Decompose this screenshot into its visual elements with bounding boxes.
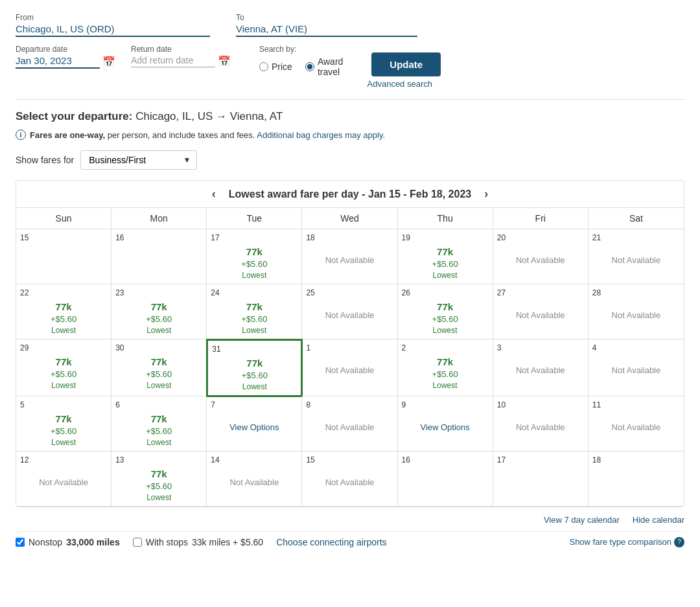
calendar-cell[interactable]: 2377k +$5.60 Lowest <box>111 284 207 339</box>
award-radio[interactable] <box>305 62 314 71</box>
departure-date-value[interactable]: Jan 30, 2023 <box>16 55 100 69</box>
view-options-link[interactable]: View Options <box>402 422 489 432</box>
fares-notice: i Fares are one-way, per person, and inc… <box>16 130 684 140</box>
cell-date: 16 <box>115 233 202 242</box>
hide-calendar-link[interactable]: Hide calendar <box>633 515 684 525</box>
nonstop-option[interactable]: Nonstop 33,000 miles <box>16 537 120 547</box>
calendar-cell[interactable]: 1977k +$5.60 Lowest <box>398 229 493 284</box>
calendar-day-header-wed: Wed <box>302 208 397 229</box>
fare-miles: 77k <box>402 245 489 258</box>
calendar-cell[interactable]: 7View Options <box>207 396 302 452</box>
show-fares-row: Show fares for Economy Business/First ▼ <box>16 150 684 170</box>
cell-date: 5 <box>20 400 107 409</box>
from-field-group: From Chicago, IL, US (ORD) <box>16 13 210 37</box>
radio-options: Price Awardtravel <box>259 56 343 77</box>
cell-date: 15 <box>306 455 393 464</box>
cell-date: 16 <box>402 455 489 464</box>
fare-miles: 77k <box>211 245 298 258</box>
with-stops-checkbox[interactable] <box>133 538 142 547</box>
advanced-search-link[interactable]: Advanced search <box>368 79 432 89</box>
calendar-cell[interactable]: 2277k +$5.60 Lowest <box>16 284 111 339</box>
not-available-label: Not Available <box>211 477 298 487</box>
calendar-cell[interactable]: 2977k +$5.60 Lowest <box>16 339 111 396</box>
calendar-cell[interactable]: 2477k +$5.60 Lowest <box>207 284 302 339</box>
return-date-label: Return date <box>131 45 231 54</box>
cell-date: 8 <box>306 400 393 409</box>
cell-date: 25 <box>306 288 393 297</box>
calendar-week-row: 2977k +$5.60 Lowest3077k +$5.60 Lowest31… <box>16 339 684 396</box>
calendar-cell: 12Not Available <box>16 452 111 507</box>
fare-fee: +$5.60 <box>20 426 107 437</box>
fare-fee: +$5.60 <box>211 258 298 270</box>
calendar-cell[interactable]: 277k +$5.60 Lowest <box>398 339 493 396</box>
view-7day-link[interactable]: View 7 day calendar <box>544 515 620 525</box>
fare-comparison-link[interactable]: Show fare type comparison ? <box>569 537 684 547</box>
calendar-cell[interactable]: 3177k +$5.60 Lowest <box>207 339 302 396</box>
fares-notice-text: Fares are one-way, per person, and inclu… <box>30 130 385 140</box>
not-available-label: Not Available <box>306 365 393 375</box>
from-value[interactable]: Chicago, IL, US (ORD) <box>16 23 210 37</box>
calendar-cell: 18Not Available <box>302 229 397 284</box>
fare-miles: 77k <box>115 467 202 481</box>
calendar-cell[interactable]: 577k +$5.60 Lowest <box>16 396 111 452</box>
fare-class-select[interactable]: Economy Business/First <box>80 150 197 170</box>
not-available-label: Not Available <box>497 310 584 320</box>
fare-lowest: Lowest <box>115 380 202 391</box>
cell-date: 15 <box>20 233 107 242</box>
not-available-label: Not Available <box>497 422 584 432</box>
cell-date: 27 <box>497 288 584 297</box>
calendar-cell[interactable]: 9View Options <box>398 396 493 452</box>
departure-date-label: Departure date <box>16 45 115 54</box>
cell-date: 21 <box>592 233 680 242</box>
fare-lowest: Lowest <box>20 437 107 448</box>
departure-calendar-icon[interactable]: 📅 <box>102 56 115 68</box>
calendar-cell[interactable]: 677k +$5.60 Lowest <box>111 396 207 452</box>
price-radio[interactable] <box>259 62 268 71</box>
not-available-label: Not Available <box>592 310 680 320</box>
cell-fare: 77k +$5.60 Lowest <box>402 245 489 281</box>
to-label: To <box>236 13 417 22</box>
calendar-cell: 8Not Available <box>302 396 397 452</box>
view-options-link[interactable]: View Options <box>211 422 298 432</box>
to-value[interactable]: Vienna, AT (VIE) <box>236 23 417 37</box>
cell-fare: 77k +$5.60 Lowest <box>402 355 489 391</box>
calendar-cell[interactable]: 1377k +$5.60 Lowest <box>111 452 207 507</box>
calendar-cell: 1Not Available <box>302 339 397 396</box>
bag-charges-link[interactable]: Additional bag charges may apply. <box>257 130 385 140</box>
fare-miles: 77k <box>115 300 202 314</box>
calendar-container: ‹ Lowest award fare per day - Jan 15 - F… <box>16 180 684 507</box>
calendar-day-header-mon: Mon <box>111 208 207 229</box>
nonstop-checkbox[interactable] <box>16 538 25 547</box>
cell-date: 17 <box>211 233 298 242</box>
fare-fee: +$5.60 <box>402 314 489 325</box>
cell-fare: 77k +$5.60 Lowest <box>115 300 202 336</box>
cell-date: 12 <box>20 455 107 464</box>
fare-lowest: Lowest <box>115 437 202 448</box>
prev-month-button[interactable]: ‹ <box>212 187 216 201</box>
calendar-cell: 18 <box>589 452 684 507</box>
departure-date-group: Departure date Jan 30, 2023 📅 <box>16 45 115 69</box>
return-calendar-icon[interactable]: 📅 <box>218 55 231 67</box>
show-fares-label: Show fares for <box>16 155 74 165</box>
update-button[interactable]: Update <box>371 52 441 76</box>
fare-fee: +$5.60 <box>115 481 202 492</box>
calendar-cell[interactable]: 1777k +$5.60 Lowest <box>207 229 302 284</box>
fare-lowest: Lowest <box>402 325 489 336</box>
calendar-cell[interactable]: 2677k +$5.60 Lowest <box>398 284 493 339</box>
fare-lowest: Lowest <box>115 325 202 336</box>
search-section: From Chicago, IL, US (ORD) To Vienna, AT… <box>16 13 684 100</box>
cell-date: 31 <box>212 345 297 354</box>
choose-airports-link[interactable]: Choose connecting airports <box>276 537 386 547</box>
calendar-cell[interactable]: 3077k +$5.60 Lowest <box>111 339 207 396</box>
from-label: From <box>16 13 210 22</box>
next-month-button[interactable]: › <box>484 187 488 201</box>
award-radio-option[interactable]: Awardtravel <box>305 56 343 77</box>
cell-date: 4 <box>592 343 680 352</box>
cell-fare: 77k +$5.60 Lowest <box>20 355 107 391</box>
from-to-row: From Chicago, IL, US (ORD) To Vienna, AT… <box>16 13 684 37</box>
with-stops-option[interactable]: With stops 33k miles + $5.60 <box>133 537 263 547</box>
price-radio-option[interactable]: Price <box>259 56 292 77</box>
not-available-label: Not Available <box>306 310 393 320</box>
return-date-placeholder[interactable]: Add return date <box>131 55 215 67</box>
calendar-cell: 28Not Available <box>589 284 684 339</box>
